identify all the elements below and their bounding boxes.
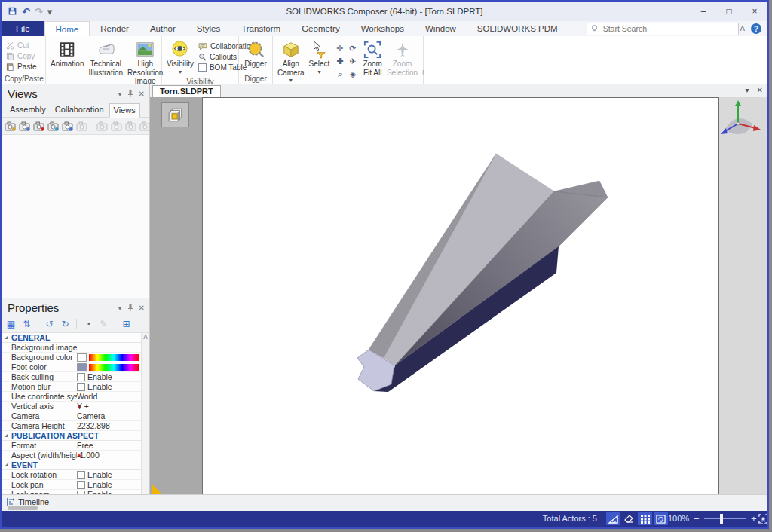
properties-menu-caret-icon[interactable]: ▾: [118, 304, 122, 312]
gizmo-y-axis-arrow[interactable]: [735, 100, 741, 106]
undo-icon[interactable]: ↶: [22, 7, 30, 17]
record-view-icon[interactable]: [33, 120, 44, 132]
look-at-icon[interactable]: ◈: [347, 69, 358, 80]
eyedropper-icon[interactable]: ✎: [97, 318, 110, 330]
cut-button[interactable]: Cut: [6, 41, 37, 50]
eraser-icon[interactable]: [622, 512, 636, 525]
zoom-slider-track[interactable]: [704, 518, 746, 519]
views-panel-tab-collaboration[interactable]: Collaboration: [51, 103, 108, 117]
maximize-button[interactable]: □: [716, 2, 742, 20]
align-camera-button[interactable]: Align Camera ▾: [275, 38, 307, 85]
menu-tab-file[interactable]: File: [2, 21, 44, 36]
menu-tab-author[interactable]: Author: [139, 21, 186, 36]
dropdown-value[interactable]: Y +: [77, 402, 89, 411]
views-panel-tab-assembly[interactable]: Assembly: [6, 103, 50, 117]
camera-view-3-icon[interactable]: [125, 120, 136, 132]
menu-tab-workshops[interactable]: Workshops: [351, 21, 415, 36]
menu-tab-render[interactable]: Render: [90, 21, 139, 36]
color-swatch[interactable]: [77, 353, 87, 362]
camera-view-1-icon[interactable]: [96, 120, 108, 132]
grid-icon[interactable]: [638, 512, 652, 525]
checkbox[interactable]: [77, 471, 85, 479]
menu-tab-window[interactable]: Window: [415, 21, 467, 36]
menu-tab-geometry[interactable]: Geometry: [291, 21, 351, 36]
paint-view-icon[interactable]: [76, 120, 87, 132]
views-menu-caret-icon[interactable]: ▾: [118, 90, 122, 98]
zoom-selection-button[interactable]: Zoom Selection: [384, 38, 420, 85]
zoom-slider-handle[interactable]: [720, 514, 723, 524]
help-icon[interactable]: ?: [751, 23, 761, 34]
dropdown-value[interactable]: Free: [77, 441, 93, 450]
redo-icon[interactable]: ↷: [35, 7, 43, 17]
resize-grip[interactable]: [759, 517, 766, 526]
search-input[interactable]: [602, 23, 734, 34]
checkbox[interactable]: [77, 383, 85, 391]
property-section-event[interactable]: EVENT: [2, 460, 149, 470]
color-gradient-bar[interactable]: [89, 364, 139, 371]
value-text[interactable]: -1.000: [77, 451, 100, 460]
views-panel-tab-views[interactable]: Views: [109, 103, 140, 118]
camera-view-2-icon[interactable]: [111, 120, 122, 132]
menu-tab-solidworks-pdm[interactable]: SOLIDWORKS PDM: [467, 21, 568, 36]
zoom-fit-all-button[interactable]: Zoom Fit All: [360, 38, 384, 85]
views-list-area[interactable]: [2, 135, 149, 298]
value-text[interactable]: 2232.898: [77, 421, 110, 430]
document-tab[interactable]: Torn.SLDPRT: [152, 85, 221, 97]
move-icon[interactable]: ✚: [334, 56, 345, 67]
close-button[interactable]: ×: [742, 2, 767, 20]
zoom-out-button[interactable]: −: [694, 513, 700, 524]
redo-properties-icon[interactable]: ↻: [59, 318, 72, 330]
undo-properties-icon[interactable]: ↺: [43, 318, 56, 330]
timeline-scrollbar[interactable]: [8, 506, 38, 510]
visibility-button[interactable]: Visibility ▾: [164, 38, 196, 77]
views-close-icon[interactable]: ✕: [139, 90, 145, 98]
zoom-in-button[interactable]: +: [751, 513, 757, 524]
checkbox[interactable]: [77, 373, 85, 381]
properties-close-icon[interactable]: ✕: [139, 304, 145, 312]
property-section-publication-aspect[interactable]: PUBLICATION ASPECT: [2, 431, 149, 441]
zoom-in-icon[interactable]: ⌕: [334, 69, 345, 80]
views-thumbnail-button[interactable]: [161, 102, 189, 127]
animation-button[interactable]: Animation: [48, 38, 86, 87]
reset-properties-icon[interactable]: ◔: [81, 318, 94, 330]
menu-tab-transform[interactable]: Transform: [231, 21, 291, 36]
create-view-icon[interactable]: [19, 120, 30, 132]
document-list-caret-icon[interactable]: ▾: [746, 86, 749, 94]
digger-button[interactable]: Digger: [242, 38, 268, 74]
high-resolution-image-button[interactable]: High Resolution Image: [125, 38, 165, 87]
camera-view-4-icon[interactable]: [139, 120, 151, 132]
menu-tab-styles[interactable]: Styles: [186, 21, 231, 36]
property-section-general[interactable]: GENERAL: [2, 333, 149, 343]
canvas-3d[interactable]: [202, 97, 719, 499]
fly-icon[interactable]: ✈: [347, 56, 358, 67]
checkbox[interactable]: [77, 481, 85, 489]
fit-frame-icon[interactable]: [654, 512, 668, 525]
copy-button[interactable]: Copy: [6, 52, 37, 60]
menu-tab-home[interactable]: Home: [44, 21, 90, 36]
sort-az-icon[interactable]: ⇅: [20, 318, 33, 330]
model-torn[interactable]: [203, 98, 718, 498]
color-gradient-bar[interactable]: [89, 354, 139, 361]
dropdown-value[interactable]: Camera: [77, 411, 105, 420]
paste-button[interactable]: Paste: [6, 63, 37, 71]
import-view-icon[interactable]: [5, 120, 16, 132]
categorized-icon[interactable]: ▦: [5, 318, 17, 330]
views-pin-icon[interactable]: [127, 90, 133, 99]
timeline-tab[interactable]: Timeline: [6, 497, 49, 506]
orbit-icon[interactable]: ⟳: [347, 43, 358, 54]
document-close-icon[interactable]: ✕: [757, 86, 763, 94]
technical-illustration-button[interactable]: Technical Illustration: [86, 38, 125, 87]
add-property-icon[interactable]: ⊞: [120, 318, 133, 330]
update-view-icon[interactable]: [47, 120, 59, 132]
orientation-gizmo[interactable]: [715, 99, 761, 148]
gizmo-x-axis-arrow[interactable]: [753, 125, 761, 131]
collapse-ribbon-icon[interactable]: ᐱ: [740, 25, 745, 32]
scroll-up-icon[interactable]: ᐱ: [143, 334, 147, 341]
search-box[interactable]: [587, 23, 739, 35]
minimize-button[interactable]: –: [691, 2, 716, 20]
dropdown-value[interactable]: World: [77, 392, 97, 401]
pan-icon[interactable]: ✛: [334, 43, 345, 54]
properties-scrollbar[interactable]: ᐱᐯ: [141, 333, 149, 509]
save-icon[interactable]: [8, 6, 17, 17]
select-button[interactable]: Select ▾: [307, 38, 332, 85]
